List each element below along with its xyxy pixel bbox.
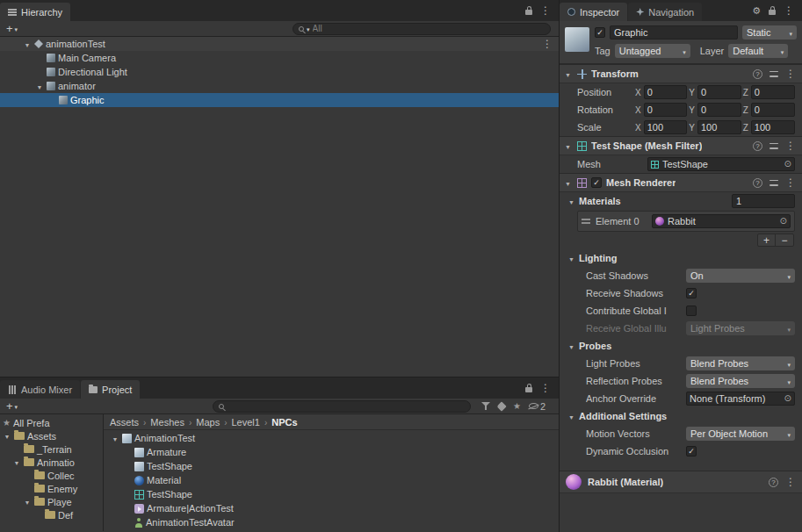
name-input[interactable] [610, 25, 738, 40]
presets-icon[interactable] [769, 179, 778, 187]
foldout-open-icon[interactable] [12, 457, 21, 467]
breadcrumb-item[interactable]: Meshes [150, 417, 184, 428]
tab-hierarchy[interactable]: Hierarchy [0, 3, 70, 21]
tab-inspector[interactable]: Inspector [560, 3, 627, 21]
rotation-z-field[interactable]: 0 [751, 103, 795, 117]
menu-dots-icon[interactable] [785, 477, 796, 487]
rotation-y-field[interactable]: 0 [697, 103, 741, 117]
component-enabled-checkbox[interactable] [591, 177, 602, 188]
hierarchy-search[interactable] [293, 23, 551, 35]
lock-icon[interactable] [525, 387, 532, 392]
breadcrumb-item[interactable]: Level1 [231, 417, 259, 428]
dynamic-occlusion-checkbox[interactable] [686, 446, 697, 457]
tab-project[interactable]: Project [81, 380, 140, 399]
search-by-label-icon[interactable] [496, 401, 506, 411]
material-header[interactable]: Rabbit (Material) [560, 471, 802, 493]
asset-item-armature[interactable]: Armature [104, 445, 559, 459]
foldout-open-icon[interactable] [111, 434, 119, 443]
project-search-input[interactable] [227, 401, 465, 411]
menu-dots-icon[interactable] [540, 383, 551, 393]
search-by-type-icon[interactable] [481, 402, 490, 410]
cast-shadows-dropdown[interactable]: On [686, 269, 795, 283]
help-icon[interactable] [753, 178, 762, 188]
mesh-renderer-component-header[interactable]: Mesh Renderer [560, 173, 802, 192]
object-picker-icon[interactable] [780, 217, 787, 226]
mesh-object-field[interactable]: TestShape [647, 157, 795, 171]
scale-y-field[interactable]: 100 [697, 120, 741, 134]
hierarchy-item-scene[interactable]: animationTest [0, 37, 559, 51]
asset-item-testshape-mesh[interactable]: TestShape [104, 487, 559, 501]
breadcrumb-item-current[interactable]: NPCs [271, 417, 297, 428]
position-y-field[interactable]: 0 [697, 85, 741, 99]
project-search[interactable] [213, 400, 471, 413]
save-search-icon[interactable] [513, 402, 521, 411]
menu-dots-icon[interactable] [785, 140, 796, 151]
layer-dropdown[interactable]: Default [728, 44, 788, 58]
asset-item-testshape-model[interactable]: TestShape [104, 459, 559, 473]
contribute-gi-checkbox[interactable] [686, 306, 697, 316]
foldout-open-icon[interactable] [567, 341, 576, 351]
anchor-override-field[interactable]: None (Transform) [686, 392, 795, 406]
asset-item-material[interactable]: Material [104, 473, 559, 487]
foldout-open-icon[interactable] [567, 254, 576, 263]
motion-vectors-dropdown[interactable]: Per Object Motion [686, 427, 795, 441]
reflection-probes-dropdown[interactable]: Blend Probes [686, 374, 795, 388]
folder-item-assets[interactable]: Assets [0, 429, 103, 442]
probes-foldout[interactable]: Probes [560, 337, 802, 355]
menu-dots-icon[interactable] [540, 5, 551, 16]
remove-material-button[interactable]: − [776, 234, 793, 246]
foldout-open-icon[interactable] [35, 82, 44, 91]
foldout-open-icon[interactable] [567, 412, 576, 421]
help-icon[interactable] [753, 141, 762, 151]
foldout-open-icon[interactable] [3, 431, 11, 441]
additional-settings-foldout[interactable]: Additional Settings [560, 407, 802, 425]
position-x-field[interactable]: 0 [644, 85, 688, 99]
add-material-button[interactable]: + [758, 234, 776, 246]
tab-navigation[interactable]: Navigation [628, 3, 702, 21]
mesh-filter-component-header[interactable]: Test Shape (Mesh Filter) [560, 136, 802, 155]
static-dropdown[interactable]: Static [742, 25, 797, 40]
folder-item-def[interactable]: Def [0, 508, 103, 521]
lock-icon[interactable] [769, 10, 776, 15]
folder-item-enemy[interactable]: Enemy [0, 482, 103, 495]
hierarchy-item-animator[interactable]: animator [0, 79, 559, 93]
add-object-button[interactable] [4, 24, 19, 34]
light-probes-dropdown[interactable]: Blend Probes [686, 356, 795, 370]
scale-x-field[interactable]: 100 [644, 120, 688, 134]
favorites-all-prefabs[interactable]: All Prefa [0, 416, 103, 429]
presets-icon[interactable] [769, 142, 778, 150]
help-icon[interactable] [753, 69, 762, 79]
folder-item-terrain[interactable]: _Terrain [0, 442, 103, 456]
hidden-packages-toggle[interactable]: 2 [529, 401, 546, 412]
asset-item-avatar[interactable]: AnimationTestAvatar [104, 515, 559, 529]
breadcrumb-item[interactable]: Assets [110, 417, 139, 428]
foldout-open-icon[interactable] [23, 497, 32, 507]
active-checkbox[interactable] [595, 27, 605, 38]
hierarchy-item-main-camera[interactable]: Main Camera [0, 51, 559, 65]
transform-component-header[interactable]: Transform [560, 64, 802, 83]
tab-audio-mixer[interactable]: Audio Mixer [0, 380, 80, 399]
lighting-foldout[interactable]: Lighting [560, 249, 802, 267]
materials-foldout[interactable]: Materials 1 [560, 192, 802, 210]
foldout-open-icon[interactable] [563, 141, 573, 151]
scale-z-field[interactable]: 100 [751, 120, 795, 134]
folder-item-animation[interactable]: Animatio [0, 456, 103, 469]
scene-options-icon[interactable] [542, 39, 553, 49]
tag-dropdown[interactable]: Untagged [615, 44, 690, 58]
menu-dots-icon[interactable] [784, 5, 794, 16]
hierarchy-search-input[interactable] [313, 24, 545, 33]
gear-icon[interactable] [752, 6, 761, 16]
drag-handle-icon[interactable] [582, 219, 590, 224]
foldout-open-icon[interactable] [567, 197, 576, 206]
hierarchy-item-graphic[interactable]: Graphic [0, 93, 559, 107]
object-picker-icon[interactable] [784, 160, 791, 169]
presets-icon[interactable] [769, 70, 778, 78]
position-z-field[interactable]: 0 [751, 85, 795, 99]
menu-dots-icon[interactable] [785, 68, 796, 79]
breadcrumb-item[interactable]: Maps [196, 417, 220, 428]
foldout-open-icon[interactable] [23, 40, 32, 49]
lock-icon[interactable] [525, 10, 532, 15]
receive-shadows-checkbox[interactable] [686, 288, 697, 298]
help-icon[interactable] [769, 478, 778, 487]
hierarchy-item-directional-light[interactable]: Directional Light [0, 65, 559, 79]
